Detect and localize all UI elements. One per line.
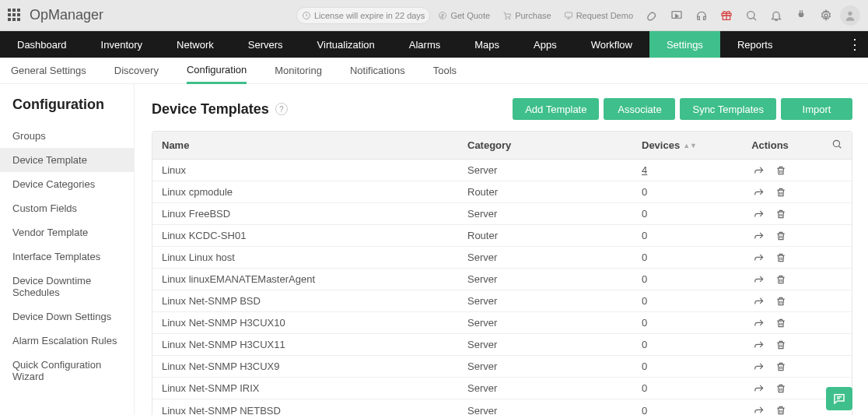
table-search-icon[interactable] [797,139,852,152]
col-devices[interactable]: Devices▲▼ [642,139,743,151]
cell-name[interactable]: Linux Net-SNMP H3CUX10 [152,317,467,329]
sidebar-title: Configuration [0,97,134,124]
help-icon[interactable]: ? [275,103,288,115]
col-name[interactable]: Name [152,139,467,151]
cell-name[interactable]: Linux KCDC-SH01 [152,230,467,241]
rocket-icon[interactable] [641,5,663,26]
delete-icon[interactable] [775,187,786,198]
sidebar-item-vendor-template[interactable]: Vendor Template [0,220,134,244]
export-icon[interactable] [754,187,765,198]
sidebar-item-quick-configuration-wizard[interactable]: Quick Configuration Wizard [0,353,134,389]
page-title: Device Templates [152,101,269,118]
apps-grid-icon[interactable] [8,9,22,23]
import-button[interactable]: Import [781,98,852,120]
user-avatar[interactable] [840,5,860,26]
delete-icon[interactable] [775,209,786,220]
cell-devices[interactable]: 4 [642,164,743,176]
gift-icon[interactable] [716,5,737,26]
cell-name[interactable]: Linux [152,164,467,176]
sidebar-item-custom-fields[interactable]: Custom Fields [0,196,134,220]
subnav-tools[interactable]: Tools [433,58,457,84]
sidebar-item-alarm-escalation-rules[interactable]: Alarm Escalation Rules [0,329,134,353]
nav-alarms[interactable]: Alarms [392,31,457,58]
cell-name[interactable]: Linux FreeBSD [152,208,467,220]
col-category[interactable]: Category [467,139,642,151]
delete-icon[interactable] [775,274,786,285]
delete-icon[interactable] [775,361,786,372]
nav-servers[interactable]: Servers [231,31,300,58]
delete-icon[interactable] [775,339,786,350]
export-icon[interactable] [754,252,765,263]
nav-network[interactable]: Network [159,31,231,58]
export-icon[interactable] [754,274,765,285]
svg-rect-4 [565,12,572,17]
sidebar-item-groups[interactable]: Groups [0,124,134,148]
export-icon[interactable] [754,361,765,372]
export-icon[interactable] [754,296,765,307]
nav-dashboard[interactable]: Dashboard [0,31,84,58]
search-icon[interactable] [740,5,762,26]
cell-name[interactable]: Linux linuxEMANATEMasterAgent [152,273,467,285]
request-demo-link[interactable]: Request Demo [559,7,638,24]
delete-icon[interactable] [775,318,786,329]
cell-name[interactable]: Linux Net-SNMP BSD [152,295,467,307]
cell-name[interactable]: Linux Net-SNMP NETBSD [152,405,467,416]
delete-icon[interactable] [775,230,786,241]
nav-inventory[interactable]: Inventory [84,31,159,58]
sidebar-item-interface-templates[interactable]: Interface Templates [0,244,134,269]
export-icon[interactable] [754,209,765,220]
sidebar-item-device-downtime-schedules[interactable]: Device Downtime Schedules [0,269,134,304]
sync-templates-button[interactable]: Sync Templates [680,98,776,120]
cell-devices: 0 [642,317,743,329]
main-content: Device Templates ? Add Template Associat… [135,84,868,415]
sidebar-item-device-categories[interactable]: Device Categories [0,172,134,196]
subnav-configuration[interactable]: Configuration [187,58,247,84]
license-pill[interactable]: License will expire in 22 days [296,7,430,24]
purchase-link[interactable]: Purchase [498,7,555,24]
gear-icon[interactable] [815,5,837,26]
cell-name[interactable]: Linux Net-SNMP H3CUX11 [152,339,467,350]
sidebar-item-device-down-settings[interactable]: Device Down Settings [0,304,134,329]
nav-virtualization[interactable]: Virtualization [300,31,392,58]
screen-icon[interactable] [666,5,688,26]
associate-button[interactable]: Associate [604,98,675,120]
chat-fab[interactable] [826,387,852,410]
export-icon[interactable] [754,165,765,176]
nav-settings[interactable]: Settings [649,31,720,58]
export-icon[interactable] [754,405,765,415]
headset-icon[interactable] [691,5,712,26]
subnav-general-settings[interactable]: General Settings [11,58,86,84]
table-header: Name Category Devices▲▼ Actions [152,132,852,160]
export-icon[interactable] [754,230,765,241]
nav-reports[interactable]: Reports [720,31,790,58]
subnav-notifications[interactable]: Notifications [350,58,405,84]
cell-name[interactable]: Linux Net-SNMP IRIX [152,382,467,394]
cell-name[interactable]: Linux cpmodule [152,186,467,198]
table-row: Linux Linux hostServer0 [152,247,852,269]
sidebar-item-device-template[interactable]: Device Template [0,148,134,172]
cell-devices: 0 [642,230,743,241]
cell-name[interactable]: Linux Net-SNMP H3CUX9 [152,360,467,372]
cell-name[interactable]: Linux Linux host [152,251,467,263]
cell-devices: 0 [642,405,743,416]
templates-table: Name Category Devices▲▼ Actions LinuxSer… [152,131,852,415]
nav-apps[interactable]: Apps [516,31,574,58]
get-quote-link[interactable]: Get Quote [433,7,495,24]
delete-icon[interactable] [775,165,786,176]
bell-icon[interactable] [765,5,787,26]
delete-icon[interactable] [775,383,786,394]
subnav-discovery[interactable]: Discovery [114,58,159,84]
delete-icon[interactable] [775,252,786,263]
more-menu-icon[interactable]: ⋮ [848,36,862,53]
delete-icon[interactable] [775,405,786,415]
plug-icon[interactable] [790,5,812,26]
export-icon[interactable] [754,318,765,329]
export-icon[interactable] [754,383,765,394]
export-icon[interactable] [754,339,765,350]
delete-icon[interactable] [775,296,786,307]
nav-workflow[interactable]: Workflow [574,31,649,58]
cell-devices: 0 [642,382,743,394]
add-template-button[interactable]: Add Template [513,98,599,120]
nav-maps[interactable]: Maps [457,31,516,58]
subnav-monitoring[interactable]: Monitoring [275,58,322,84]
